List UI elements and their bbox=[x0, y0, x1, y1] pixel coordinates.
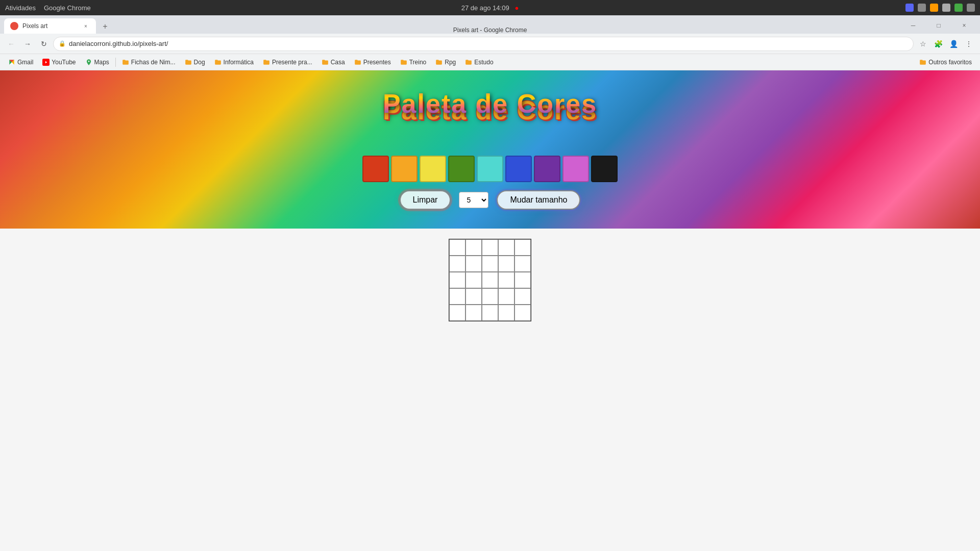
lock-icon: 🔒 bbox=[59, 40, 66, 47]
pixel-cell[interactable] bbox=[449, 272, 465, 288]
folder-icon-rpg bbox=[435, 59, 443, 66]
youtube-icon bbox=[42, 59, 50, 66]
presentes-label: Presentes bbox=[363, 59, 391, 66]
bookmark-fichas[interactable]: Fichas de Nim... bbox=[118, 57, 180, 67]
pixel-cell[interactable] bbox=[498, 305, 514, 321]
pixel-cell[interactable] bbox=[482, 288, 498, 305]
pixel-cell[interactable] bbox=[514, 272, 531, 288]
treino-label: Treino bbox=[409, 59, 427, 66]
url-text: danielacorroni.github.io/pixels-art/ bbox=[69, 40, 168, 47]
profile-button[interactable]: 👤 bbox=[946, 37, 961, 51]
activities-label[interactable]: Atividades bbox=[5, 4, 36, 12]
color-purple[interactable] bbox=[534, 156, 560, 182]
toolbar-right: ☆ 🧩 👤 ⋮ bbox=[916, 37, 976, 51]
pixel-cell[interactable] bbox=[465, 288, 482, 305]
pixel-cell[interactable] bbox=[482, 256, 498, 272]
forward-button[interactable]: → bbox=[20, 37, 35, 51]
color-green[interactable] bbox=[448, 156, 475, 182]
chrome-toolbar: ← → ↻ 🔒 danielacorroni.github.io/pixels-… bbox=[0, 34, 980, 54]
pixel-cell[interactable] bbox=[465, 256, 482, 272]
bookmark-youtube[interactable]: YouTube bbox=[38, 57, 80, 67]
color-pink[interactable] bbox=[562, 156, 589, 182]
pixel-cell[interactable] bbox=[498, 288, 514, 305]
bookmark-button[interactable]: ☆ bbox=[916, 37, 930, 51]
color-black[interactable] bbox=[591, 156, 618, 182]
pixel-grid bbox=[449, 239, 531, 321]
bookmarks-bar: Gmail YouTube Maps Fichas de Nim... Dog … bbox=[0, 54, 980, 70]
new-tab-button[interactable]: + bbox=[98, 19, 112, 34]
bookmark-maps[interactable]: Maps bbox=[81, 57, 113, 67]
pixel-cell[interactable] bbox=[449, 305, 465, 321]
bookmark-outros[interactable]: Outros favoritos bbox=[915, 57, 976, 67]
minimize-button[interactable]: ─ bbox=[901, 17, 925, 34]
color-orange[interactable] bbox=[391, 156, 418, 182]
os-app-name[interactable]: Google Chrome bbox=[44, 4, 91, 12]
pixel-cell[interactable] bbox=[449, 239, 465, 256]
fichas-label: Fichas de Nim... bbox=[131, 59, 176, 66]
bookmark-rpg[interactable]: Rpg bbox=[431, 57, 460, 67]
menu-button[interactable]: ⋮ bbox=[962, 37, 976, 51]
os-tray-icon4 bbox=[942, 4, 950, 12]
pixel-cell[interactable] bbox=[514, 305, 531, 321]
pixel-cell[interactable] bbox=[449, 288, 465, 305]
active-tab[interactable]: Pixels art × bbox=[4, 18, 96, 34]
bookmark-dog[interactable]: Dog bbox=[181, 57, 209, 67]
bookmark-casa[interactable]: Casa bbox=[317, 57, 349, 67]
pixel-cell[interactable] bbox=[514, 239, 531, 256]
os-tray-icon2 bbox=[918, 4, 926, 12]
bookmark-presentes[interactable]: Presentes bbox=[350, 57, 395, 67]
window-controls: ─ □ × bbox=[901, 17, 976, 34]
folder-icon-info bbox=[214, 59, 222, 66]
pixel-cell[interactable] bbox=[465, 239, 482, 256]
chrome-frame: Pixels art × + Pixels art - Google Chrom… bbox=[0, 15, 980, 551]
bookmark-gmail[interactable]: Gmail bbox=[4, 57, 37, 67]
page-banner: Paleta de Cores Paleta de Cores Limpar 3 bbox=[0, 70, 980, 229]
gmail-icon bbox=[8, 59, 15, 66]
address-bar[interactable]: 🔒 danielacorroni.github.io/pixels-art/ bbox=[53, 37, 914, 51]
bookmark-treino[interactable]: Treino bbox=[396, 57, 431, 67]
bookmark-estudo[interactable]: Estudo bbox=[461, 57, 497, 67]
extensions-button[interactable]: 🧩 bbox=[931, 37, 945, 51]
presente-label: Presente pra... bbox=[272, 59, 312, 66]
pixel-cell[interactable] bbox=[498, 239, 514, 256]
pixel-cell[interactable] bbox=[449, 256, 465, 272]
reload-button[interactable]: ↻ bbox=[37, 37, 51, 51]
pixel-cell[interactable] bbox=[514, 288, 531, 305]
pixel-cell[interactable] bbox=[482, 272, 498, 288]
folder-icon-fichas bbox=[122, 59, 129, 66]
maximize-button[interactable]: □ bbox=[927, 17, 950, 34]
os-tray-icon6 bbox=[967, 4, 975, 12]
color-red[interactable] bbox=[362, 156, 389, 182]
clear-button[interactable]: Limpar bbox=[400, 190, 451, 210]
pixel-cell[interactable] bbox=[498, 256, 514, 272]
informatica-label: Informática bbox=[224, 59, 254, 66]
pixel-cell[interactable] bbox=[465, 305, 482, 321]
bookmark-presente[interactable]: Presente pra... bbox=[259, 57, 316, 67]
tab-label: Pixels art bbox=[22, 22, 47, 30]
color-palette bbox=[362, 156, 618, 182]
color-blue[interactable] bbox=[505, 156, 532, 182]
window-title: Pixels art - Google Chrome bbox=[453, 27, 527, 34]
color-yellow[interactable] bbox=[420, 156, 446, 182]
os-titlebar-right bbox=[905, 4, 975, 12]
pixel-cell[interactable] bbox=[514, 256, 531, 272]
bookmark-informatica[interactable]: Informática bbox=[210, 57, 258, 67]
maps-icon bbox=[85, 59, 92, 66]
change-size-button[interactable]: Mudar tamanho bbox=[497, 190, 580, 210]
size-select[interactable]: 3 4 5 6 7 8 10 12 15 20 bbox=[459, 192, 488, 208]
back-button[interactable]: ← bbox=[4, 37, 18, 51]
page-title: Paleta de Cores bbox=[383, 88, 597, 119]
pixel-cell[interactable] bbox=[482, 305, 498, 321]
color-cyan[interactable] bbox=[477, 156, 503, 182]
controls-row: Limpar 3 4 5 6 7 8 10 12 15 20 Mudar tam… bbox=[400, 190, 581, 210]
os-tray-discord bbox=[905, 4, 914, 12]
tab-favicon bbox=[10, 22, 18, 30]
close-button[interactable]: × bbox=[952, 17, 976, 34]
folder-icon-estudo bbox=[465, 59, 472, 66]
pixel-cell[interactable] bbox=[498, 272, 514, 288]
pixel-cell[interactable] bbox=[465, 272, 482, 288]
pixel-cell[interactable] bbox=[482, 239, 498, 256]
tab-close-button[interactable]: × bbox=[82, 22, 90, 30]
bookmarks-separator bbox=[115, 58, 116, 67]
rpg-label: Rpg bbox=[445, 59, 456, 66]
